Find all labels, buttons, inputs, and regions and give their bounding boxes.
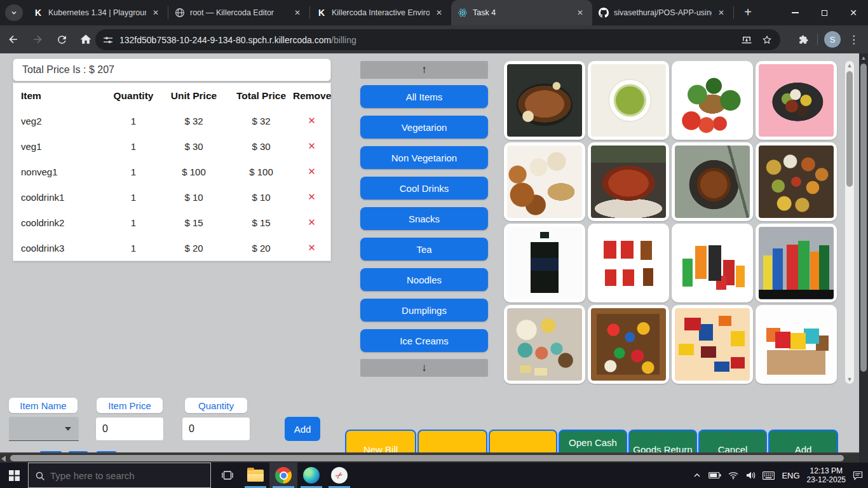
taskbar-search-box[interactable]	[28, 463, 211, 488]
tab-search-button[interactable]	[5, 4, 23, 21]
add-item-button[interactable]: Add	[285, 417, 320, 441]
cell-item: veg2	[13, 116, 109, 126]
new-bill-button[interactable]: New Bill	[345, 430, 416, 452]
add-button[interactable]: Add	[768, 430, 838, 452]
product-image-card[interactable]	[672, 224, 753, 302]
goods-return-button[interactable]: Goods Return	[628, 430, 697, 452]
product-image-card[interactable]	[504, 224, 585, 302]
product-image-card[interactable]	[588, 61, 669, 140]
scroll-up-button[interactable]: ↑	[360, 61, 488, 79]
product-image-card[interactable]	[588, 142, 669, 221]
snipping-tool-button[interactable]: ✂	[325, 463, 353, 488]
chevron-down-icon	[10, 8, 18, 17]
window-restore-button[interactable]	[810, 0, 839, 25]
tray-chevron-icon[interactable]	[693, 471, 702, 480]
product-image-card[interactable]	[588, 305, 669, 384]
item-price-label: Item Price	[97, 398, 163, 413]
browser-tab-github[interactable]: sivasethuraj/POS-APP-using ✕	[592, 0, 733, 25]
extensions-icon[interactable]	[797, 34, 810, 46]
edge-button[interactable]	[297, 463, 325, 488]
yellow-blank-button[interactable]	[489, 430, 557, 452]
product-image-card[interactable]	[756, 142, 837, 221]
window-minimize-button[interactable]	[780, 0, 810, 25]
touch-keyboard-icon[interactable]	[763, 471, 775, 480]
category-all-items[interactable]: All Items	[360, 85, 488, 108]
scrollbar-down-arrow-icon[interactable]: ▼	[845, 375, 854, 384]
start-button[interactable]	[0, 463, 28, 488]
open-cash-box-button[interactable]: Open Cash Box	[559, 430, 627, 452]
scrollbar-thumb[interactable]	[10, 455, 844, 461]
product-panel-scrollbar[interactable]: ▲ ▼	[845, 61, 854, 384]
yellow-blank-button[interactable]	[417, 430, 487, 452]
item-name-select[interactable]	[9, 417, 79, 441]
browser-tab-kubernetes[interactable]: K Kubernetes 1.34 | Playground ✕	[27, 0, 168, 25]
remove-item-button[interactable]: ✕	[293, 115, 330, 126]
tab-close-icon[interactable]: ✕	[574, 7, 586, 18]
profile-avatar[interactable]: S	[824, 31, 841, 48]
remove-item-button[interactable]: ✕	[293, 140, 330, 152]
category-tea[interactable]: Tea	[360, 238, 488, 261]
browser-tab-editor[interactable]: root — Killercoda Editor ✕	[168, 0, 309, 25]
remove-item-button[interactable]: ✕	[293, 166, 330, 177]
url-bar[interactable]: 132fd50b7538-10-244-9-134-80.spch.r.kill…	[95, 29, 780, 50]
tab-close-icon[interactable]: ✕	[150, 7, 161, 18]
tab-close-icon[interactable]: ✕	[715, 7, 727, 18]
item-price-input[interactable]	[95, 417, 164, 441]
reload-button[interactable]	[51, 29, 72, 50]
forward-button[interactable]	[27, 29, 48, 50]
battery-icon[interactable]	[709, 471, 721, 479]
browser-tab-killercoda[interactable]: K Killercoda Interactive Environment ✕	[310, 0, 451, 25]
scroll-down-button[interactable]: ↓	[360, 359, 488, 377]
menu-kebab-icon[interactable]: ⋮	[848, 33, 859, 46]
product-image-card[interactable]	[588, 224, 669, 302]
scrollbar-up-arrow-icon[interactable]: ▲	[845, 61, 854, 70]
category-non-vegetarian[interactable]: Non Vegetarion	[360, 146, 488, 169]
remove-item-button[interactable]: ✕	[293, 191, 330, 203]
bookmark-star-icon[interactable]	[761, 34, 773, 46]
wifi-icon[interactable]	[728, 471, 738, 480]
category-cool-drinks[interactable]: Cool Drinks	[360, 177, 488, 200]
home-button[interactable]	[75, 29, 97, 50]
browser-tab-task4-active[interactable]: Task 4 ✕	[451, 0, 592, 25]
task-view-button[interactable]	[214, 463, 241, 488]
product-image-card[interactable]	[504, 61, 585, 140]
category-dumplings[interactable]: Dumplings	[360, 299, 488, 322]
category-ice-creams[interactable]: Ice Creams	[360, 329, 488, 352]
site-info-icon[interactable]	[103, 35, 113, 45]
language-indicator[interactable]: ENG	[782, 471, 799, 480]
product-image-card[interactable]	[672, 305, 753, 384]
taskbar-search-input[interactable]	[50, 470, 196, 481]
window-close-button[interactable]: ✕	[839, 0, 868, 25]
product-image-card[interactable]	[756, 61, 837, 140]
install-app-icon[interactable]	[741, 34, 752, 46]
chrome-button[interactable]	[269, 463, 297, 488]
new-tab-button[interactable]: +	[739, 4, 757, 22]
product-image-card[interactable]	[672, 142, 753, 221]
scrollbar-left-arrow-icon[interactable]	[1, 456, 6, 462]
back-button[interactable]	[3, 29, 24, 50]
category-noodles[interactable]: Noodles	[360, 268, 488, 291]
product-image-card[interactable]	[672, 61, 753, 140]
scrollbar-thumb[interactable]	[846, 71, 853, 187]
remove-item-button[interactable]: ✕	[293, 217, 330, 228]
category-vegetarian[interactable]: Vegetarion	[360, 116, 488, 139]
product-image-card[interactable]	[756, 224, 837, 302]
quantity-input[interactable]	[182, 417, 250, 441]
product-image-card[interactable]	[756, 305, 837, 384]
item-name-label: Item Name	[9, 398, 78, 413]
taskbar-clock[interactable]: 12:13 PM 23-12-2025	[807, 466, 846, 484]
scrollbar-thumb[interactable]	[860, 64, 867, 372]
page-horizontal-scrollbar[interactable]	[0, 452, 859, 463]
product-image-card[interactable]	[504, 305, 585, 384]
notification-center-icon[interactable]	[853, 471, 863, 480]
file-explorer-button[interactable]	[241, 463, 269, 488]
page-vertical-scrollbar[interactable]: ▲	[859, 53, 868, 463]
category-snacks[interactable]: Snacks	[360, 207, 488, 230]
tab-close-icon[interactable]: ✕	[292, 7, 303, 18]
remove-item-button[interactable]: ✕	[293, 242, 330, 254]
volume-icon[interactable]	[745, 471, 756, 480]
tab-close-icon[interactable]: ✕	[433, 7, 445, 18]
product-image-card[interactable]	[504, 142, 585, 221]
cancel-button[interactable]: Cancel	[698, 430, 767, 452]
scrollbar-up-arrow-icon[interactable]: ▲	[859, 55, 868, 62]
